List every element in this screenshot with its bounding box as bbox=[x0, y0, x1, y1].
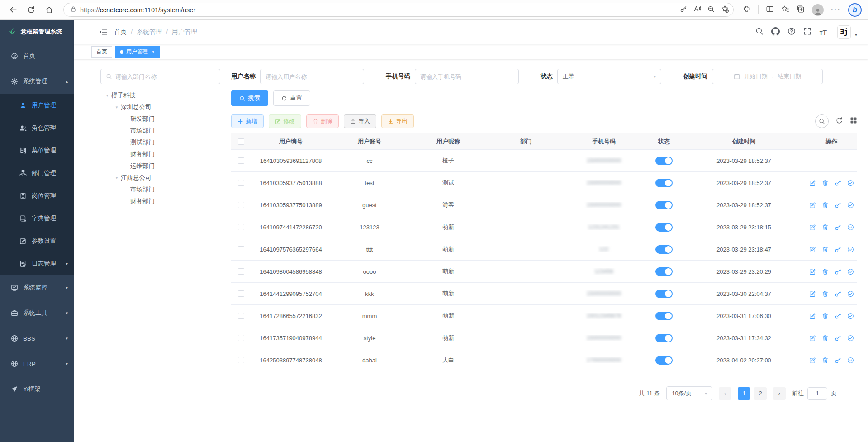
status-toggle[interactable] bbox=[655, 157, 673, 165]
goto-page-input[interactable] bbox=[807, 387, 827, 400]
more-icon[interactable]: ··· bbox=[831, 6, 841, 14]
delete-icon[interactable] bbox=[822, 246, 829, 253]
delete-icon[interactable] bbox=[822, 180, 829, 186]
status-toggle[interactable] bbox=[655, 179, 673, 187]
page-size-select[interactable]: 10条/页 ▾ bbox=[666, 386, 712, 400]
row-checkbox[interactable] bbox=[238, 202, 244, 208]
username-field[interactable] bbox=[266, 73, 359, 80]
read-aloud-icon[interactable] bbox=[693, 5, 701, 14]
tree-node[interactable]: 财务部门 bbox=[100, 195, 220, 207]
reset-password-key-icon[interactable] bbox=[835, 357, 841, 364]
sidebar-item-system[interactable]: 系统管理 ▴ bbox=[0, 69, 74, 94]
date-range-picker[interactable]: 开始日期 - 结束日期 bbox=[712, 69, 823, 84]
import-button[interactable]: 导入 bbox=[344, 114, 376, 128]
export-button[interactable]: 导出 bbox=[381, 114, 414, 128]
delete-icon[interactable] bbox=[822, 290, 829, 297]
fullscreen-icon[interactable] bbox=[803, 27, 811, 37]
home-icon[interactable] bbox=[43, 3, 56, 17]
row-checkbox[interactable] bbox=[238, 290, 244, 297]
breadcrumb-item[interactable]: 系统管理 bbox=[137, 28, 162, 36]
prev-page-button[interactable]: ‹ bbox=[719, 387, 731, 400]
status-toggle[interactable] bbox=[655, 334, 673, 342]
address-bar[interactable]: https://ccnetcore.com:1101/system/user bbox=[63, 3, 734, 17]
sidebar-item-roles[interactable]: 角色管理 bbox=[0, 117, 74, 139]
refresh-icon[interactable] bbox=[24, 3, 38, 17]
sidebar-item-departments[interactable]: 部门管理 bbox=[0, 162, 74, 185]
status-toggle[interactable] bbox=[655, 356, 673, 365]
status-toggle[interactable] bbox=[655, 245, 673, 254]
sidebar-item-dictionary[interactable]: 字典管理 bbox=[0, 207, 74, 230]
edit-icon[interactable] bbox=[809, 224, 816, 231]
profile-icon[interactable] bbox=[812, 4, 824, 16]
edit-icon[interactable] bbox=[809, 268, 816, 275]
github-icon[interactable] bbox=[771, 27, 780, 38]
edit-icon[interactable] bbox=[809, 246, 816, 253]
search-button[interactable]: 搜索 bbox=[231, 90, 268, 106]
sidebar-item-posts[interactable]: 岗位管理 bbox=[0, 185, 74, 207]
bing-chat-icon[interactable]: b bbox=[848, 3, 862, 17]
page-button[interactable]: 2 bbox=[754, 387, 767, 400]
edit-icon[interactable] bbox=[809, 180, 816, 186]
assign-check-icon[interactable] bbox=[847, 313, 854, 319]
dept-search-input[interactable] bbox=[100, 69, 220, 84]
edit-icon[interactable] bbox=[809, 357, 816, 364]
page-button[interactable]: 1 bbox=[738, 387, 750, 400]
select-all-checkbox[interactable] bbox=[238, 138, 244, 145]
row-checkbox[interactable] bbox=[238, 224, 244, 230]
tree-node[interactable]: ▾橙子科技 bbox=[100, 90, 220, 101]
grid-icon[interactable] bbox=[850, 117, 857, 126]
back-icon[interactable] bbox=[6, 3, 20, 17]
tree-node[interactable]: 财务部门 bbox=[100, 148, 220, 160]
delete-icon[interactable] bbox=[822, 268, 829, 275]
tree-node[interactable]: 运维部门 bbox=[100, 160, 220, 172]
sidebar-item-home[interactable]: 首页 bbox=[0, 43, 74, 69]
reset-password-key-icon[interactable] bbox=[835, 290, 841, 297]
reset-password-key-icon[interactable] bbox=[835, 180, 841, 186]
sidebar-item-monitor[interactable]: 系统监控 ▾ bbox=[0, 275, 74, 300]
row-checkbox[interactable] bbox=[238, 180, 244, 186]
status-toggle[interactable] bbox=[655, 223, 673, 232]
help-icon[interactable] bbox=[787, 27, 796, 37]
assign-check-icon[interactable] bbox=[847, 246, 854, 253]
sidebar-item-erp[interactable]: ERP ▾ bbox=[0, 351, 74, 376]
row-checkbox[interactable] bbox=[238, 157, 244, 164]
tree-node[interactable]: ▾深圳总公司 bbox=[100, 101, 220, 113]
reset-password-key-icon[interactable] bbox=[835, 246, 841, 253]
edit-button[interactable]: 修改 bbox=[269, 114, 301, 128]
reset-password-key-icon[interactable] bbox=[835, 313, 841, 319]
edit-icon[interactable] bbox=[809, 335, 816, 342]
add-collections-icon[interactable] bbox=[797, 5, 805, 15]
assign-check-icon[interactable] bbox=[847, 180, 854, 186]
delete-icon[interactable] bbox=[822, 224, 829, 231]
sidebar-fold-icon[interactable] bbox=[99, 28, 108, 37]
sidebar-item-yi[interactable]: Yi框架 bbox=[0, 376, 74, 402]
font-size-icon[interactable]: тT bbox=[819, 29, 827, 36]
search-icon[interactable] bbox=[755, 27, 764, 37]
username-input[interactable] bbox=[260, 69, 364, 84]
row-checkbox[interactable] bbox=[238, 357, 244, 363]
avatar[interactable]: Ǝj bbox=[837, 25, 851, 39]
url-text[interactable]: https://ccnetcore.com:1101/system/user bbox=[80, 6, 676, 14]
password-key-icon[interactable] bbox=[680, 5, 687, 14]
phone-field[interactable] bbox=[420, 73, 513, 80]
sidebar-item-parameters[interactable]: 参数设置 bbox=[0, 230, 74, 252]
zoom-out-icon[interactable] bbox=[707, 5, 715, 14]
row-checkbox[interactable] bbox=[238, 268, 244, 275]
row-checkbox[interactable] bbox=[238, 246, 244, 252]
tree-node[interactable]: 市场部门 bbox=[100, 184, 220, 195]
status-toggle[interactable] bbox=[655, 267, 673, 276]
tab-user-management[interactable]: 用户管理 × bbox=[115, 46, 160, 58]
delete-icon[interactable] bbox=[822, 357, 829, 364]
tree-node[interactable]: 研发部门 bbox=[100, 113, 220, 125]
refresh-icon[interactable] bbox=[835, 117, 843, 126]
edit-icon[interactable] bbox=[809, 313, 816, 319]
reset-password-key-icon[interactable] bbox=[835, 202, 841, 209]
delete-button[interactable]: 删除 bbox=[306, 114, 339, 128]
tree-node[interactable]: 测试部门 bbox=[100, 137, 220, 148]
status-toggle[interactable] bbox=[655, 290, 673, 298]
favorite-add-icon[interactable] bbox=[721, 5, 729, 14]
row-checkbox[interactable] bbox=[238, 335, 244, 341]
sidebar-item-bbs[interactable]: BBS ▾ bbox=[0, 326, 74, 351]
caret-down-icon[interactable]: ▾ bbox=[113, 176, 121, 180]
edit-icon[interactable] bbox=[809, 202, 816, 209]
